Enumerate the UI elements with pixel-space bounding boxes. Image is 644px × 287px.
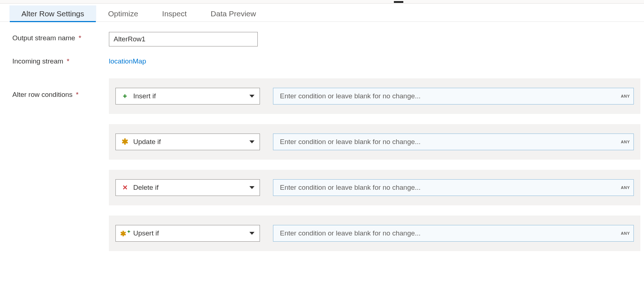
condition-type-select-update[interactable]: ✱ Update if (115, 134, 260, 150)
condition-expression-input[interactable]: Enter condition or leave blank for no ch… (273, 134, 634, 150)
any-badge: ANY (621, 94, 630, 98)
insert-icon: + (121, 92, 129, 100)
select-label: Upsert if (129, 229, 249, 237)
select-label: Delete if (129, 184, 249, 192)
label-alter-row-conditions: Alter row conditions * (12, 78, 109, 99)
tab-bar: Alter Row Settings Optimize Inspect Data… (0, 4, 644, 22)
row-output-stream-name: Output stream name * (12, 32, 640, 46)
select-label: Update if (129, 138, 249, 146)
any-badge: ANY (621, 231, 630, 235)
drag-handle[interactable] (394, 1, 403, 3)
condition-row: ✱+ Upsert if Enter condition or leave bl… (109, 216, 640, 251)
condition-row: + Insert if Enter condition or leave bla… (109, 78, 640, 114)
placeholder-text: Enter condition or leave blank for no ch… (280, 229, 621, 237)
required-marker: * (67, 57, 69, 65)
label-text: Output stream name (12, 34, 75, 42)
required-marker: * (78, 34, 81, 42)
pane-top-edge (0, 0, 644, 4)
any-badge: ANY (621, 140, 630, 144)
label-text: Incoming stream (12, 57, 63, 65)
delete-icon: ✕ (121, 184, 129, 192)
condition-type-select-delete[interactable]: ✕ Delete if (115, 179, 260, 196)
placeholder-text: Enter condition or leave blank for no ch… (280, 138, 621, 146)
chevron-down-icon (249, 95, 254, 98)
form-area: Output stream name * Incoming stream * l… (0, 22, 644, 270)
condition-type-select-upsert[interactable]: ✱+ Upsert if (115, 225, 260, 242)
chevron-down-icon (249, 140, 254, 143)
tab-optimize[interactable]: Optimize (96, 5, 150, 22)
row-alter-row-conditions: Alter row conditions * + Insert if Enter… (12, 78, 640, 251)
label-output-stream-name: Output stream name * (12, 32, 109, 42)
label-incoming-stream: Incoming stream * (12, 55, 109, 65)
incoming-stream-link[interactable]: locationMap (109, 55, 146, 65)
conditions-list: + Insert if Enter condition or leave bla… (109, 78, 640, 251)
placeholder-text: Enter condition or leave blank for no ch… (280, 184, 621, 192)
required-marker: * (76, 91, 78, 98)
condition-row: ✕ Delete if Enter condition or leave bla… (109, 170, 640, 205)
row-incoming-stream: Incoming stream * locationMap (12, 55, 640, 65)
select-label: Insert if (129, 92, 249, 100)
update-icon: ✱ (121, 138, 129, 146)
condition-type-select-insert[interactable]: + Insert if (115, 88, 260, 104)
tab-data-preview[interactable]: Data Preview (199, 5, 268, 22)
upsert-icon: ✱+ (121, 229, 129, 237)
output-stream-name-input[interactable] (109, 32, 258, 46)
tab-inspect[interactable]: Inspect (150, 5, 199, 22)
chevron-down-icon (249, 232, 254, 235)
any-badge: ANY (621, 185, 630, 190)
condition-expression-input[interactable]: Enter condition or leave blank for no ch… (273, 88, 634, 104)
chevron-down-icon (249, 186, 254, 189)
condition-expression-input[interactable]: Enter condition or leave blank for no ch… (273, 179, 634, 196)
condition-expression-input[interactable]: Enter condition or leave blank for no ch… (273, 225, 634, 242)
condition-row: ✱ Update if Enter condition or leave bla… (109, 124, 640, 160)
label-text: Alter row conditions (12, 91, 73, 98)
tab-alter-row-settings[interactable]: Alter Row Settings (9, 5, 96, 22)
placeholder-text: Enter condition or leave blank for no ch… (280, 92, 621, 100)
